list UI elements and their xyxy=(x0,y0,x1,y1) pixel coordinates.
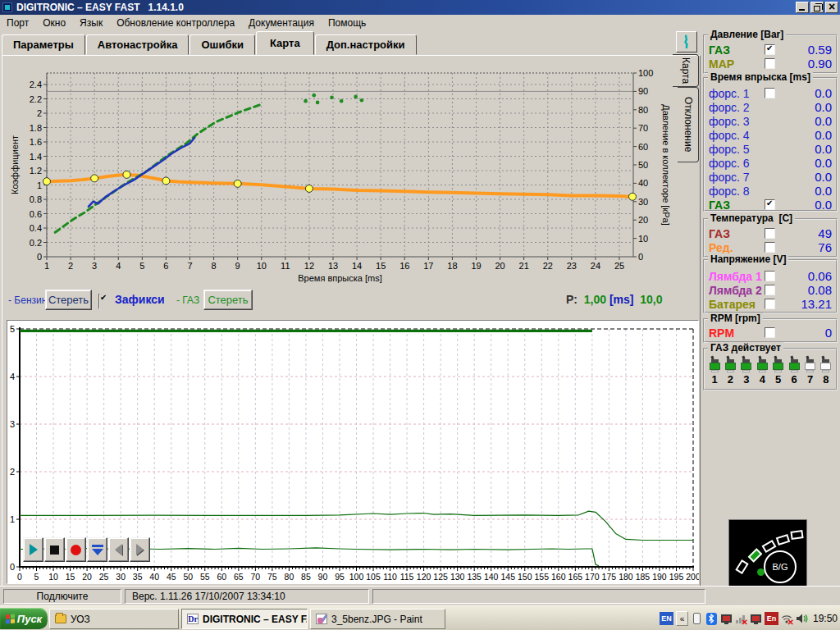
param-label: форс. 7 xyxy=(709,171,750,184)
side-tab-Карта[interactable]: Карта xyxy=(673,54,699,87)
sidebar-row: Лямбда 20.08 xyxy=(705,283,836,297)
tab-Карта[interactable]: Карта xyxy=(256,31,314,55)
sidebar-row: форс. 60.0 xyxy=(705,156,836,170)
side-tab-Отклонение[interactable]: Отклонение xyxy=(678,87,699,162)
injector-number: 6 xyxy=(791,373,797,386)
right-arrow-icon xyxy=(136,544,144,555)
param-label: МАР xyxy=(709,57,734,71)
menu-item-Помощь[interactable]: Помощь xyxy=(322,16,373,30)
stop-button[interactable] xyxy=(44,537,65,562)
param-checkbox[interactable] xyxy=(765,58,775,69)
taskbar-task-2[interactable]: DrDIGITRONIC – EASY F... xyxy=(181,609,308,629)
signal-strength-icon[interactable]: ✕ xyxy=(735,612,747,625)
param-checkbox[interactable] xyxy=(765,44,775,55)
param-value: 0.0 xyxy=(815,156,832,170)
param-value: 0.59 xyxy=(808,43,832,57)
benzin-legend-label: - Бензин xyxy=(8,294,47,306)
pressure-group: Давление [Bar] ГАЗ0.59МАР0.90 xyxy=(703,34,838,74)
start-button-label: Пуск xyxy=(17,613,42,625)
app-icon: Dr xyxy=(187,614,199,624)
p-unit: [ms] xyxy=(609,293,634,306)
double-down-arrow-icon xyxy=(92,545,103,555)
injector-indicator-5: 5 xyxy=(771,356,786,386)
sidebar-row: форс. 30.0 xyxy=(705,114,836,128)
rpm-group: RPM [rpm] RPM0 xyxy=(703,318,838,343)
volume-tray-icon[interactable] xyxy=(796,612,808,625)
param-checkbox[interactable] xyxy=(765,271,775,281)
menu-item-Обновление контроллера[interactable]: Обновление контроллера xyxy=(110,16,242,30)
erase-benzin-button[interactable]: Стереть xyxy=(45,290,92,310)
record-button[interactable] xyxy=(66,537,86,562)
paint-icon xyxy=(316,614,327,624)
restore-button[interactable] xyxy=(810,2,824,13)
playback-toolbar xyxy=(23,537,151,562)
tab-Ошибки[interactable]: Ошибки xyxy=(189,34,254,55)
window-title: DIGITRONIC – EASY FAST 1.14.1.0 xyxy=(16,2,184,13)
param-value: 76 xyxy=(818,240,832,254)
bluetooth-tray-icon[interactable] xyxy=(705,612,718,625)
fix-checkbox[interactable] xyxy=(98,294,100,309)
record-icon xyxy=(71,545,81,555)
param-value: 0 xyxy=(825,326,832,340)
param-checkbox[interactable] xyxy=(765,327,775,338)
play-button[interactable] xyxy=(23,537,43,562)
sidebar-row: форс. 20.0 xyxy=(705,100,836,114)
language-indicator[interactable]: EN xyxy=(660,612,673,625)
bg-switch-button[interactable]: B/G xyxy=(764,550,797,583)
sidebar-row: Ред.76 xyxy=(705,240,836,254)
connect-button[interactable] xyxy=(676,31,697,52)
play-icon xyxy=(30,544,38,555)
param-checkbox[interactable] xyxy=(765,299,775,309)
menu-item-Порт[interactable]: Порт xyxy=(0,16,36,30)
sidebar-row: МАР0.90 xyxy=(705,57,836,71)
taskbar-task-3[interactable]: 3_5benz.JPG - Paint xyxy=(310,609,445,629)
tab-Автонастройка[interactable]: Автонастройка xyxy=(86,34,189,55)
param-label: ГАЗ xyxy=(709,199,730,212)
injector-number: 8 xyxy=(823,373,829,386)
start-button[interactable]: Пуск xyxy=(0,608,48,629)
minimize-button[interactable] xyxy=(796,2,809,13)
left-arrow-icon xyxy=(115,544,122,555)
tab-Доп.настройки[interactable]: Доп.настройки xyxy=(315,34,417,55)
sidebar-row: Батарея13.21 xyxy=(705,297,836,311)
phone-tray-icon[interactable] xyxy=(691,612,703,625)
injector-icon xyxy=(758,356,761,360)
taskbar-task-1[interactable]: УОЗ xyxy=(49,609,179,629)
menu-item-Язык[interactable]: Язык xyxy=(73,16,110,30)
title-bar: DIGITRONIC – EASY FAST 1.14.1.0 xyxy=(0,0,840,15)
param-checkbox[interactable] xyxy=(765,285,775,295)
network-monitor-icon[interactable] xyxy=(720,612,733,625)
menu-item-Документация[interactable]: Документация xyxy=(242,16,322,30)
injector-icon xyxy=(710,356,714,360)
step-forward-button[interactable] xyxy=(130,537,150,562)
param-value: 0.0 xyxy=(815,114,832,128)
network-monitor-icon-2[interactable] xyxy=(750,612,762,625)
menu-item-Окно[interactable]: Окно xyxy=(36,16,73,30)
tab-bar: ПараметрыАвтонастройкаОшибкиКартаДоп.нас… xyxy=(2,31,674,55)
injector-indicator-6: 6 xyxy=(787,356,801,386)
language-indicator-2[interactable]: En xyxy=(765,612,778,625)
param-checkbox[interactable] xyxy=(765,88,775,98)
app-icon xyxy=(2,2,12,12)
param-checkbox[interactable] xyxy=(765,199,775,210)
param-label: Ред. xyxy=(709,241,733,254)
close-button[interactable] xyxy=(825,2,838,13)
injector-number: 7 xyxy=(807,373,813,386)
tray-expand-button[interactable]: « xyxy=(676,611,688,626)
jump-end-button[interactable] xyxy=(87,537,107,562)
tray-clock: 19:50 xyxy=(813,613,838,624)
step-back-button[interactable] xyxy=(108,537,129,562)
param-value: 0.0 xyxy=(815,128,832,142)
erase-gaz-button[interactable]: Стереть xyxy=(203,290,253,310)
injector-number: 3 xyxy=(743,373,749,386)
param-checkbox[interactable] xyxy=(765,228,775,239)
injector-indicator-3: 3 xyxy=(739,356,754,386)
sidebar-row: ГАЗ0.0 xyxy=(705,198,836,212)
p-label: P: xyxy=(566,293,578,306)
param-checkbox[interactable] xyxy=(765,242,775,253)
tab-Параметры[interactable]: Параметры xyxy=(2,34,85,55)
sidebar-row: форс. 40.0 xyxy=(705,128,836,142)
param-label: форс. 1 xyxy=(709,87,750,100)
wireless-tray-icon[interactable]: ✕ xyxy=(781,612,793,625)
voltage-group-title: Напряжение [V] xyxy=(708,253,788,265)
